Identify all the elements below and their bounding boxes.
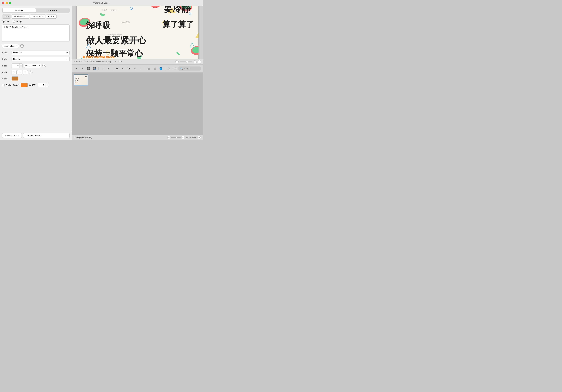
close-button[interactable] — [2, 2, 4, 4]
wm-text-wenrou: 要温柔，心态超好的 — [102, 9, 118, 12]
wm-text-sharen: 杀人犯法 — [122, 21, 130, 23]
align-help-button[interactable]: ? — [29, 70, 33, 74]
stroke-width-wrap: ▲ ▼ — [37, 83, 48, 87]
preview-help-button[interactable]: ? — [198, 60, 201, 63]
zoom-slider[interactable] — [180, 61, 192, 62]
stroke-label: Stroke — [6, 84, 12, 86]
help-icon: ? — [22, 45, 23, 47]
preview-filename: 20170629171236_4vQZV.thumb.700_0.jpeg — [74, 61, 111, 63]
bottom-status-right: − + Panfile.Store + — [167, 136, 201, 139]
thumbnail-background: 要冷 深呼吸 做人最 ©2022 — [74, 75, 88, 85]
save-button[interactable] — [86, 66, 91, 71]
toolbar-separator-3 — [145, 67, 145, 70]
svg-point-18 — [176, 51, 180, 55]
stroke-color-swatch[interactable] — [21, 83, 28, 87]
size-help-button[interactable]: ? — [42, 64, 46, 68]
traffic-lights — [2, 2, 11, 4]
stroke-checkbox-item[interactable]: ✓ Stroke — [2, 84, 12, 86]
maximize-button[interactable] — [9, 2, 11, 4]
image-radio-label: Image — [16, 20, 22, 23]
save-preset-button[interactable]: Save as preset — [2, 133, 22, 138]
list-item[interactable]: 要冷 深呼吸 做人最 ©2022 ··· — [74, 74, 88, 88]
style-select[interactable]: Regular — [12, 57, 70, 61]
rotate-ccw-button[interactable]: ↵ — [114, 66, 119, 71]
align-left-button[interactable]: ≡ — [12, 70, 17, 74]
toolbar-separator-2 — [113, 67, 113, 70]
watermark-background: 不生气 要冷静 要温柔，心态超好的 深呼吸 杀人犯法 算了算了 你不是天下第一 … — [77, 6, 199, 59]
wm-text-hushen: 深呼吸 — [86, 20, 110, 31]
type-radio-group: Text Image — [2, 20, 70, 23]
toolbar-separator-1 — [98, 67, 99, 70]
minimize-button[interactable] — [6, 2, 8, 4]
svg-marker-11 — [195, 30, 199, 38]
add-image-button[interactable]: + — [197, 136, 201, 139]
search-box: 🔍 — [178, 67, 201, 70]
flip-h-button[interactable]: ↔ — [132, 66, 137, 71]
search-input[interactable] — [184, 68, 199, 70]
chevron-down-icon-load: ⌃ — [67, 135, 68, 136]
size-decrement[interactable]: ▼ — [20, 66, 23, 68]
insert-token-label: Insert token — [4, 45, 14, 47]
stroke-increment[interactable]: ▲ — [46, 83, 48, 85]
font-select[interactable]: Helvetica — [12, 51, 70, 55]
size-label: Size: — [2, 65, 10, 67]
bottom-status-bar: 1 images (1 selected) − + Panfile.Store … — [72, 135, 203, 140]
tab-appearance[interactable]: Appearance — [30, 14, 45, 19]
svg-point-7 — [150, 58, 165, 59]
presets-icon: ≡ — [48, 9, 49, 12]
svg-rect-27 — [88, 68, 89, 68]
svg-rect-19 — [80, 58, 82, 59]
export-button[interactable] — [92, 66, 97, 71]
list-button[interactable]: ≡ — [106, 66, 111, 71]
color-swatch[interactable] — [12, 76, 18, 81]
delete-all-button[interactable]: ✕✕ — [173, 66, 177, 71]
presets-mode-button[interactable]: ≡ Presets — [36, 8, 69, 12]
tab-data[interactable]: Data — [2, 14, 11, 19]
load-preset-dropdown[interactable]: Load from preset... ⌃ — [23, 133, 70, 138]
watermark-text-overlay: © 2022 Panfile.Store — [83, 55, 114, 59]
size-input[interactable] — [12, 64, 20, 68]
size-unit-select[interactable]: % of short ed... — [24, 64, 41, 68]
flip-button[interactable]: ↺ — [126, 66, 131, 71]
zoom-mini-in[interactable]: + — [182, 136, 184, 139]
fill-button[interactable]: 🪣 — [158, 66, 163, 71]
stroke-checkbox[interactable]: ✓ — [2, 84, 5, 86]
flip-v-button[interactable]: ↕ — [138, 66, 143, 71]
text-radio[interactable]: Text — [2, 20, 10, 23]
tab-effects[interactable]: Effects — [46, 14, 57, 19]
watermark-text-input[interactable]: © 2022 Panfile.Store — [2, 24, 70, 42]
tab-size-position[interactable]: Size & Position — [12, 14, 29, 19]
zoom-mini-thumb — [176, 137, 177, 138]
stroke-width-input[interactable] — [37, 83, 45, 87]
font-label: Font: — [2, 51, 10, 54]
search-icon: 🔍 — [180, 67, 183, 70]
token-help-button[interactable]: ? — [20, 44, 24, 48]
style-label: Style: — [2, 58, 10, 60]
zoom-mini-out[interactable]: − — [167, 136, 170, 139]
stroke-color-label: color: — [13, 84, 19, 86]
image-radio[interactable]: Image — [13, 20, 22, 23]
info-button[interactable]: i — [100, 66, 105, 71]
right-panel: 不生气 要冷静 要温柔，心态超好的 深呼吸 杀人犯法 算了算了 你不是天下第一 … — [72, 6, 203, 140]
remove-watermark-button[interactable]: − — [80, 66, 85, 71]
preview-canvas: 不生气 要冷静 要温柔，心态超好的 深呼吸 杀人犯法 算了算了 你不是天下第一 … — [72, 6, 203, 59]
size-stepper: ▲ ▼ — [20, 64, 23, 68]
rotate-cw-button[interactable]: ↳ — [120, 66, 125, 71]
align-right-button[interactable]: ≡ — [23, 70, 28, 74]
tile-button[interactable]: ⊞ — [146, 66, 152, 71]
zoom-out-button[interactable]: − — [176, 60, 179, 63]
zoom-in-button[interactable]: + — [194, 60, 197, 63]
zoom-mini-track[interactable] — [171, 137, 181, 138]
style-row: Style: Regular — [2, 57, 70, 61]
add-watermark-button[interactable]: + — [74, 66, 79, 71]
stroke-row: ✓ Stroke color: width: ▲ ▼ — [2, 83, 70, 87]
svg-point-21 — [130, 7, 132, 10]
zoom-mini-controls: − + — [167, 136, 184, 139]
size-increment[interactable]: ▲ — [20, 64, 23, 66]
grid-button[interactable]: ⊞ — [152, 66, 157, 71]
stroke-decrement[interactable]: ▼ — [46, 85, 48, 87]
insert-token-dropdown[interactable]: Insert token ▼ — [2, 44, 19, 48]
align-center-button[interactable]: ≡ — [17, 70, 22, 74]
delete-button[interactable]: ✕ — [167, 66, 172, 71]
single-mode-button[interactable]: ⊙ Single — [3, 8, 36, 12]
